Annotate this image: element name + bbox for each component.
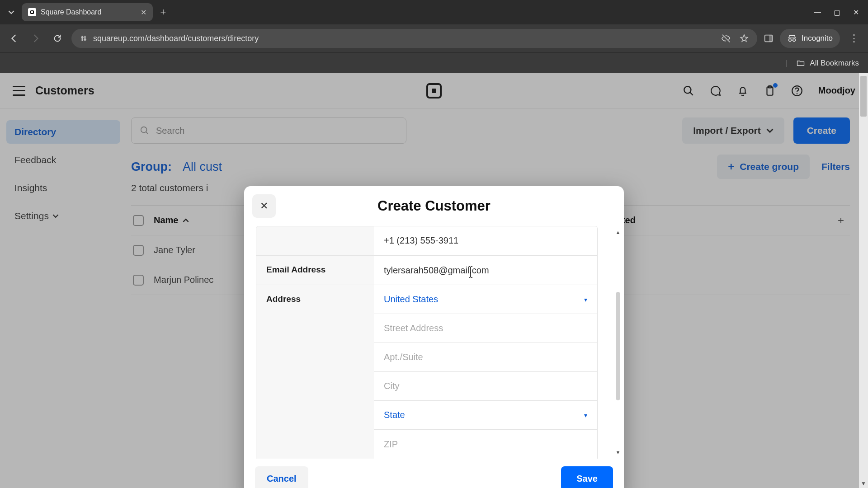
create-customer-modal: ✕ Create Customer +1 (213) 555-3911 <box>244 186 624 488</box>
chevron-down-icon: ▾ <box>584 296 587 303</box>
browser-menu-icon[interactable]: ⋮ <box>846 31 862 46</box>
svg-rect-5 <box>769 35 772 42</box>
save-button[interactable]: Save <box>561 466 613 488</box>
close-tab-icon[interactable]: ✕ <box>141 8 146 17</box>
nav-reload-icon[interactable] <box>50 31 65 46</box>
folder-icon <box>796 59 805 68</box>
svg-rect-2 <box>81 37 84 38</box>
bookbar-separator: | <box>785 59 787 68</box>
browser-tab[interactable]: Square Dashboard ✕ <box>22 3 153 21</box>
site-settings-icon[interactable] <box>80 34 88 42</box>
modal-scrollbar-thumb[interactable] <box>616 292 620 400</box>
eye-off-icon[interactable] <box>721 33 731 43</box>
phone-label-area <box>256 226 374 255</box>
street-address-input[interactable] <box>374 314 597 343</box>
state-select[interactable]: State ▾ <box>374 401 597 430</box>
svg-rect-0 <box>82 36 83 41</box>
window-close-icon[interactable]: ✕ <box>853 8 859 17</box>
scroll-down-icon[interactable]: ▼ <box>859 479 868 488</box>
zip-input[interactable] <box>374 430 597 459</box>
close-icon[interactable]: ✕ <box>252 194 276 218</box>
nav-forward-icon <box>28 31 43 46</box>
new-tab-button[interactable]: + <box>156 5 171 20</box>
city-input[interactable] <box>374 372 597 401</box>
page-scrollbar-thumb[interactable] <box>860 76 867 117</box>
scroll-up-icon[interactable]: ▲ <box>615 229 621 236</box>
country-select[interactable]: United States ▾ <box>374 285 597 314</box>
modal-scrollbar[interactable]: ▲ ▼ <box>615 229 621 456</box>
all-bookmarks-link[interactable]: All Bookmarks <box>810 59 859 68</box>
apt-suite-input[interactable] <box>374 343 597 372</box>
chevron-down-icon: ▾ <box>584 412 587 419</box>
phone-input[interactable]: +1 (213) 555-3911 <box>374 226 597 255</box>
email-input[interactable]: tylersarah508@gmail.com <box>374 256 597 285</box>
cancel-button[interactable]: Cancel <box>255 466 308 488</box>
incognito-indicator[interactable]: Incognito <box>780 29 840 48</box>
window-minimize-icon[interactable]: ― <box>814 8 821 16</box>
svg-rect-1 <box>85 36 86 41</box>
url-text: squareup.com/dashboard/customers/directo… <box>93 34 259 43</box>
page-scrollbar[interactable]: ▲ ▼ <box>859 73 868 488</box>
incognito-icon <box>787 33 797 43</box>
email-label: Email Address <box>256 256 374 285</box>
address-bar[interactable]: squareup.com/dashboard/customers/directo… <box>71 29 757 48</box>
side-panel-icon[interactable] <box>764 33 774 43</box>
tab-list-dropdown[interactable] <box>4 5 19 20</box>
address-label: Address <box>256 285 374 459</box>
scroll-down-icon[interactable]: ▼ <box>615 449 621 456</box>
window-maximize-icon[interactable]: ▢ <box>834 8 840 17</box>
square-favicon <box>28 8 36 16</box>
tab-title: Square Dashboard <box>41 8 101 16</box>
bookmark-star-icon[interactable] <box>739 33 749 43</box>
svg-rect-3 <box>84 39 86 40</box>
nav-back-icon[interactable] <box>6 31 22 46</box>
modal-title: Create Customer <box>377 198 491 214</box>
